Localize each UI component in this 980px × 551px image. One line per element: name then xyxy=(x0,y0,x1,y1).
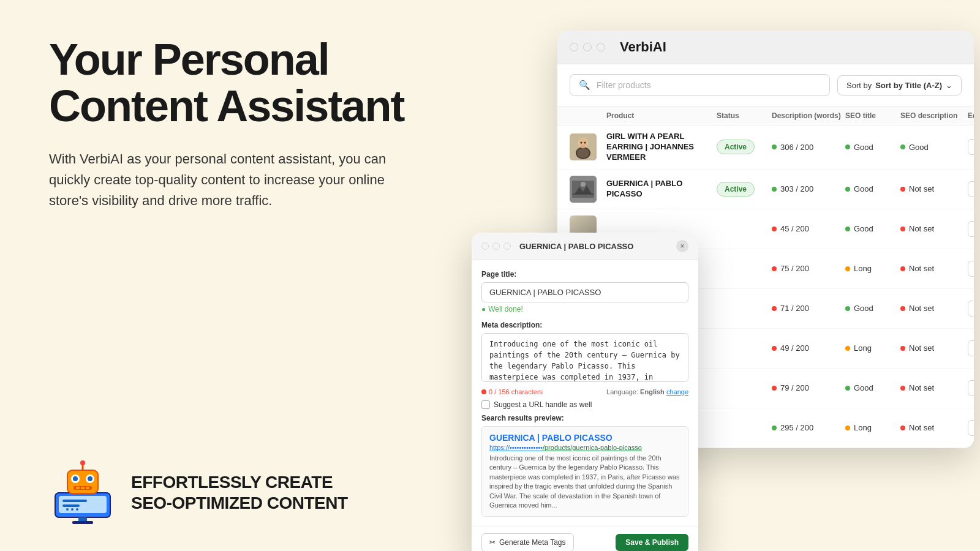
table-row: GIRL WITH A PEARL EARRING | JOHANNES VER… xyxy=(557,126,974,170)
edit-cell[interactable]: ✂ Edit ⋮ xyxy=(968,301,974,317)
svg-point-17 xyxy=(66,508,69,511)
table-header: Product Status Description (words) SEO t… xyxy=(557,107,974,126)
product-status: Active xyxy=(717,182,772,197)
product-thumbnail xyxy=(570,176,597,203)
seo-title-cell: Long xyxy=(845,264,900,273)
svg-point-9 xyxy=(73,476,78,481)
url-checkbox-row: Suggest a URL handle as well xyxy=(481,400,688,409)
language-change-link[interactable]: change xyxy=(666,388,688,395)
meta-desc-label: Meta description: xyxy=(481,321,688,329)
desc-dot-icon xyxy=(772,306,777,311)
meta-desc-textarea[interactable]: Introducing one of the most iconic oil p… xyxy=(481,333,688,382)
seo-title-cell: Good xyxy=(845,143,900,152)
svg-point-25 xyxy=(581,142,582,144)
preview-title: GUERNICA | PABLO PICASSO xyxy=(489,433,680,443)
sort-chevron-icon: ⌄ xyxy=(946,81,952,90)
product-name: GIRL WITH A PEARL EARRING | JOHANNES VER… xyxy=(606,132,717,163)
seo-title-cell: Long xyxy=(845,343,900,353)
seo-desc-dot-icon xyxy=(900,227,905,231)
sort-label: Sort by xyxy=(846,81,872,90)
seo-title-dot-icon xyxy=(845,266,850,271)
edit-button[interactable]: ✂ Edit ⋮ xyxy=(968,340,974,356)
desc-count: 45 / 200 xyxy=(772,224,845,233)
hero-title: Your Personal Content Assistant xyxy=(49,37,429,129)
modal-traffic-light-red xyxy=(481,242,489,250)
svg-rect-5 xyxy=(72,521,93,524)
col-desc: Description (words) xyxy=(772,111,845,120)
desc-count: 306 / 200 xyxy=(772,143,845,152)
seo-desc-dot-icon xyxy=(900,386,905,391)
modal-traffic-lights xyxy=(481,242,511,250)
edit-button[interactable]: ✂ Edit ⋮ xyxy=(968,221,974,237)
desc-dot-icon xyxy=(772,386,777,391)
preview-label: Search results preview: xyxy=(481,414,688,422)
traffic-light-yellow xyxy=(583,43,592,51)
desc-dot-icon xyxy=(772,227,777,231)
edit-button[interactable]: ✂ Edit ⋮ xyxy=(968,139,974,155)
svg-point-29 xyxy=(581,182,586,187)
seo-desc-dot-icon xyxy=(900,346,905,351)
modal-traffic-light-yellow xyxy=(492,242,500,250)
generate-meta-tags-button[interactable]: ✂ Generate Meta Tags xyxy=(481,533,574,551)
checkmark-icon: ● xyxy=(481,305,486,313)
traffic-light-red xyxy=(570,43,578,51)
seo-desc-cell: Not set xyxy=(900,423,968,432)
desc-count: 303 / 200 xyxy=(772,184,845,193)
edit-cell[interactable]: ✂ Edit ⋮ xyxy=(968,221,974,237)
seo-title-dot-icon xyxy=(845,425,850,430)
edit-button[interactable]: ✂ Edit ⋮ xyxy=(968,181,974,197)
edit-cell[interactable]: ✂ Edit ⋮ xyxy=(968,181,974,197)
modal-titlebar: GUERNICA | PABLO PICASSO × xyxy=(472,233,698,260)
save-publish-button[interactable]: Save & Publish xyxy=(616,534,688,551)
seo-title-dot-icon xyxy=(845,306,850,311)
browser-titlebar: VerbiAI xyxy=(557,31,974,64)
col-thumb xyxy=(570,111,606,120)
edit-button[interactable]: ✂ Edit ⋮ xyxy=(968,301,974,317)
svg-rect-16 xyxy=(86,487,89,489)
svg-point-18 xyxy=(71,508,74,511)
seo-title-cell: Long xyxy=(845,423,900,432)
edit-cell[interactable]: ✂ Edit ⋮ xyxy=(968,340,974,356)
modal-title: GUERNICA | PABLO PICASSO xyxy=(519,242,671,251)
well-done-message: ● Well done! xyxy=(481,305,688,313)
app-title: VerbiAI xyxy=(620,39,666,55)
edit-button[interactable]: ✂ Edit ⋮ xyxy=(968,420,974,436)
edit-button[interactable]: ✂ Edit ⋮ xyxy=(968,261,974,277)
preview-url: https://••••••••••••••/products/guernica… xyxy=(489,444,680,451)
url-checkbox[interactable] xyxy=(481,400,490,409)
seo-desc-cell: Not set xyxy=(900,264,968,273)
seo-title-dot-icon xyxy=(845,144,850,149)
seo-title-cell: Good xyxy=(845,224,900,233)
sort-button[interactable]: Sort by Sort by Title (A-Z) ⌄ xyxy=(837,75,962,96)
edit-button[interactable]: ✂ Edit ⋮ xyxy=(968,380,974,396)
seo-desc-dot-icon xyxy=(900,306,905,311)
modal-close-button[interactable]: × xyxy=(676,240,688,252)
modal-window: GUERNICA | PABLO PICASSO × Page title: ●… xyxy=(472,233,698,551)
seo-title-cell: Good xyxy=(845,184,900,193)
svg-rect-6 xyxy=(67,470,98,493)
edit-cell[interactable]: ✂ Edit ⋮ xyxy=(968,261,974,277)
char-count: 0 / 156 characters xyxy=(481,388,543,395)
product-name: GUERNICA | PABLO PICASSO xyxy=(606,179,717,200)
col-product: Product xyxy=(606,111,717,120)
desc-dot-icon xyxy=(772,346,777,351)
svg-point-23 xyxy=(577,148,589,158)
edit-cell[interactable]: ✂ Edit ⋮ xyxy=(968,139,974,155)
char-count-row: 0 / 156 characters Language: English cha… xyxy=(481,388,688,395)
search-bar-row: 🔍 Filter products Sort by Sort by Title … xyxy=(557,64,974,107)
seo-title-dot-icon xyxy=(845,187,850,192)
page-title-input[interactable] xyxy=(481,282,688,302)
tagline-text: EFFORTLESSLY CREATE SEO-OPTIMIZED CONTEN… xyxy=(131,472,348,513)
language-info: Language: English change xyxy=(606,388,688,395)
seo-title-cell: Good xyxy=(845,304,900,313)
seo-desc-cell: Not set xyxy=(900,304,968,313)
seo-desc-cell: Not set xyxy=(900,383,968,392)
preview-description: Introducing one of the most iconic oil p… xyxy=(489,454,680,510)
search-box[interactable]: 🔍 Filter products xyxy=(570,74,830,96)
left-panel: Your Personal Content Assistant With Ver… xyxy=(0,0,466,551)
svg-point-10 xyxy=(88,476,92,481)
col-seo-title: SEO title xyxy=(845,111,900,120)
edit-cell[interactable]: ✂ Edit ⋮ xyxy=(968,420,974,436)
edit-cell[interactable]: ✂ Edit ⋮ xyxy=(968,380,974,396)
modal-traffic-light-green xyxy=(503,242,511,250)
